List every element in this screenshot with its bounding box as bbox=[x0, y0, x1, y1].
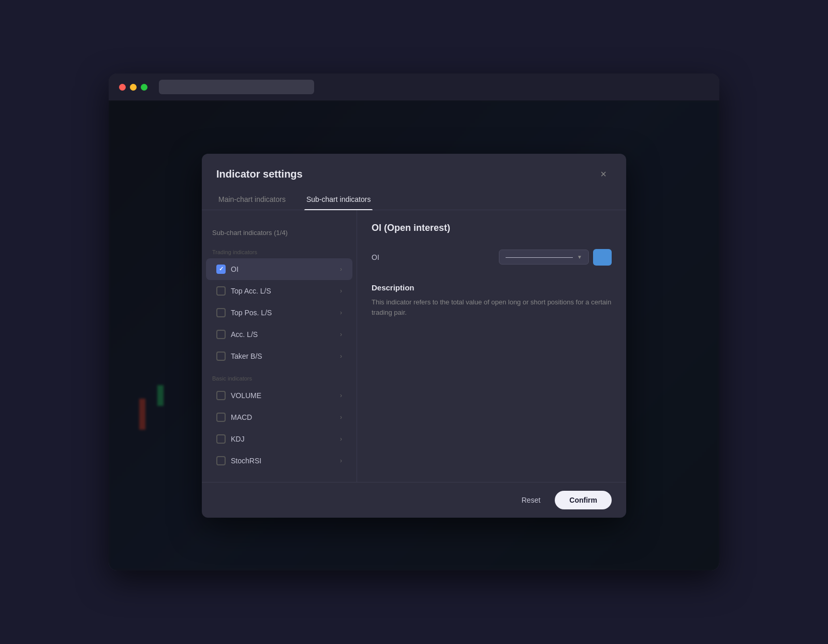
indicator-name-macd: MACD bbox=[231, 413, 252, 421]
modal-footer: Reset Confirm bbox=[202, 482, 626, 518]
indicator-item-acc-ls[interactable]: Acc. L/S › bbox=[206, 324, 352, 345]
indicator-item-top-pos-ls[interactable]: Top Pos. L/S › bbox=[206, 302, 352, 324]
checkbox-kdj[interactable] bbox=[216, 434, 226, 444]
browser-window: Indicator settings × Main-chart indicato… bbox=[109, 74, 719, 570]
tabs-container: Main-chart indicators Sub-chart indicato… bbox=[202, 183, 626, 210]
modal-body: Sub-chart indicators (1/4) Trading indic… bbox=[202, 210, 626, 482]
chevron-volume-icon: › bbox=[340, 392, 342, 399]
checkbox-top-pos-ls[interactable] bbox=[216, 308, 226, 317]
indicator-name-kdj: KDJ bbox=[231, 435, 244, 443]
chevron-stochrsi-icon: › bbox=[340, 457, 342, 464]
indicator-item-top-acc-ls-left: Top Acc. L/S bbox=[216, 286, 271, 296]
oi-setting-controls: —————————— ▼ bbox=[499, 249, 612, 266]
indicator-item-oi-left: OI bbox=[216, 265, 239, 274]
modal-close-button[interactable]: × bbox=[595, 166, 612, 183]
address-bar[interactable] bbox=[159, 80, 314, 94]
sub-chart-header: Sub-chart indicators (1/4) bbox=[202, 221, 357, 241]
indicator-item-oi[interactable]: OI › bbox=[206, 258, 352, 280]
indicator-item-taker-bs[interactable]: Taker B/S › bbox=[206, 345, 352, 367]
checkbox-volume[interactable] bbox=[216, 391, 226, 400]
indicator-item-stochrsi-left: StochRSI bbox=[216, 456, 261, 465]
checkbox-taker-bs[interactable] bbox=[216, 352, 226, 361]
indicator-item-macd-left: MACD bbox=[216, 413, 252, 422]
chevron-top-pos-ls-icon: › bbox=[340, 309, 342, 316]
description-text: This indicator refers to the total value… bbox=[372, 297, 612, 319]
oi-setting-row: OI —————————— ▼ bbox=[372, 244, 612, 271]
fullscreen-traffic-light[interactable] bbox=[141, 84, 147, 91]
indicator-name-stochrsi: StochRSI bbox=[231, 457, 261, 465]
right-panel: OI (Open interest) OI —————————— ▼ bbox=[357, 210, 626, 482]
chevron-oi-icon: › bbox=[340, 266, 342, 273]
indicator-item-top-pos-ls-left: Top Pos. L/S bbox=[216, 308, 272, 317]
indicator-settings-modal: Indicator settings × Main-chart indicato… bbox=[202, 154, 626, 518]
modal-header: Indicator settings × bbox=[202, 154, 626, 183]
checkbox-macd[interactable] bbox=[216, 413, 226, 422]
oi-color-swatch[interactable] bbox=[593, 249, 612, 266]
indicator-item-volume[interactable]: VOLUME › bbox=[206, 385, 352, 406]
basic-indicators-label: Basic indicators bbox=[202, 367, 357, 385]
browser-content: Indicator settings × Main-chart indicato… bbox=[109, 100, 719, 570]
indicator-item-stochrsi[interactable]: StochRSI › bbox=[206, 450, 352, 472]
indicator-name-acc-ls: Acc. L/S bbox=[231, 330, 258, 339]
browser-chrome bbox=[109, 74, 719, 100]
indicator-item-volume-left: VOLUME bbox=[216, 391, 261, 400]
chevron-top-acc-ls-icon: › bbox=[340, 287, 342, 295]
confirm-button[interactable]: Confirm bbox=[555, 491, 612, 509]
oi-setting-label: OI bbox=[372, 253, 379, 261]
indicator-item-acc-ls-left: Acc. L/S bbox=[216, 330, 258, 339]
indicator-item-kdj-left: KDJ bbox=[216, 434, 244, 444]
indicator-name-top-acc-ls: Top Acc. L/S bbox=[231, 287, 271, 295]
reset-button[interactable]: Reset bbox=[513, 492, 549, 508]
indicator-item-kdj[interactable]: KDJ › bbox=[206, 428, 352, 450]
checkbox-acc-ls[interactable] bbox=[216, 330, 226, 339]
indicator-name-oi: OI bbox=[231, 265, 239, 273]
chevron-kdj-icon: › bbox=[340, 435, 342, 443]
dropdown-arrow-icon: ▼ bbox=[577, 254, 582, 260]
indicator-item-macd[interactable]: MACD › bbox=[206, 406, 352, 428]
modal-title: Indicator settings bbox=[216, 168, 303, 180]
chevron-macd-icon: › bbox=[340, 414, 342, 421]
indicator-item-top-acc-ls[interactable]: Top Acc. L/S › bbox=[206, 280, 352, 302]
description-title: Description bbox=[372, 283, 612, 292]
tab-sub-chart[interactable]: Sub-chart indicators bbox=[304, 191, 373, 210]
left-panel: Sub-chart indicators (1/4) Trading indic… bbox=[202, 210, 357, 482]
checkbox-oi[interactable] bbox=[216, 265, 226, 274]
chevron-taker-bs-icon: › bbox=[340, 353, 342, 360]
indicator-item-taker-bs-left: Taker B/S bbox=[216, 352, 262, 361]
description-section: Description This indicator refers to the… bbox=[372, 283, 612, 319]
indicator-name-top-pos-ls: Top Pos. L/S bbox=[231, 309, 272, 317]
checkbox-top-acc-ls[interactable] bbox=[216, 286, 226, 296]
close-traffic-light[interactable] bbox=[119, 84, 126, 91]
indicator-name-taker-bs: Taker B/S bbox=[231, 352, 262, 360]
trading-indicators-label: Trading indicators bbox=[202, 241, 357, 258]
checkbox-stochrsi[interactable] bbox=[216, 456, 226, 465]
chevron-acc-ls-icon: › bbox=[340, 331, 342, 338]
dropdown-value: —————————— bbox=[506, 253, 573, 261]
modal-overlay: Indicator settings × Main-chart indicato… bbox=[109, 100, 719, 570]
right-panel-title: OI (Open interest) bbox=[372, 223, 612, 233]
oi-line-style-dropdown[interactable]: —————————— ▼ bbox=[499, 250, 589, 265]
minimize-traffic-light[interactable] bbox=[130, 84, 137, 91]
indicator-name-volume: VOLUME bbox=[231, 391, 261, 400]
tab-main-chart[interactable]: Main-chart indicators bbox=[216, 191, 288, 210]
traffic-lights bbox=[119, 84, 147, 91]
